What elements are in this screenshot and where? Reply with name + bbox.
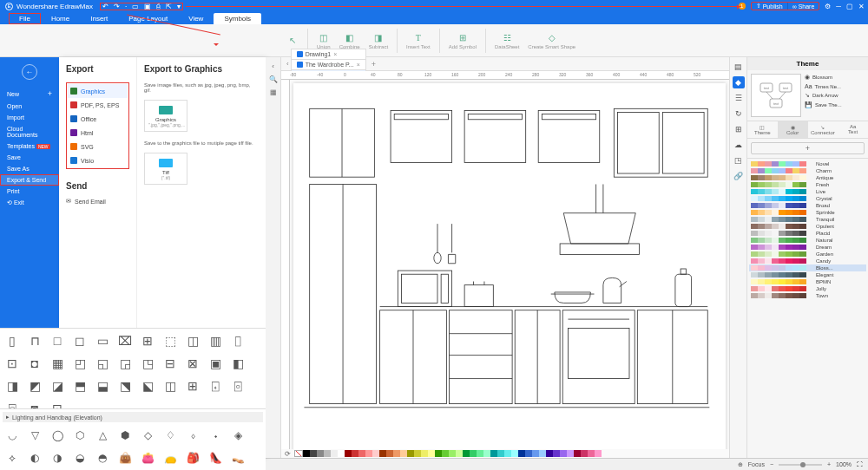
kitchen-shape-8[interactable]: ◫: [183, 331, 202, 350]
color-swatch[interactable]: [483, 450, 490, 457]
layers-icon[interactable]: ☰: [733, 92, 745, 104]
color-swatch[interactable]: [352, 450, 358, 457]
format-icon[interactable]: ▤: [733, 61, 745, 73]
palette-bpmn[interactable]: BPMN: [749, 278, 866, 285]
color-swatch[interactable]: [470, 450, 477, 457]
lighting-shape-18[interactable]: 👝: [161, 448, 180, 467]
sidebar-item-exit[interactable]: ⟲ Exit: [0, 197, 59, 209]
palette-broad[interactable]: Broad: [749, 202, 866, 209]
color-swatch[interactable]: [365, 450, 372, 457]
color-swatch[interactable]: [435, 450, 442, 457]
format-svg[interactable]: SVG: [68, 140, 128, 153]
sidebar-item-print[interactable]: Print: [0, 186, 59, 197]
maximize-icon[interactable]: ▢: [846, 3, 853, 10]
lighting-shape-7[interactable]: ♢: [161, 426, 180, 445]
kitchen-shape-0[interactable]: ▯: [3, 331, 22, 350]
kitchen-shape-21[interactable]: ◧: [228, 354, 247, 373]
palette-natural[interactable]: Natural: [749, 237, 866, 244]
lighting-shape-12[interactable]: ◐: [25, 448, 44, 467]
format-graphics[interactable]: Graphics: [68, 84, 128, 98]
sidebar-item-export-send[interactable]: Export & Send: [0, 174, 59, 186]
theme-opt-blossom[interactable]: ◉Blossom: [805, 74, 865, 81]
color-swatch[interactable]: [386, 450, 393, 457]
tabs-scroll-left[interactable]: ‹: [286, 60, 289, 68]
kitchen-shape-1[interactable]: ⊓: [25, 331, 44, 350]
format-visio[interactable]: Visio: [68, 153, 128, 167]
color-swatch[interactable]: [546, 450, 553, 457]
lighting-shape-21[interactable]: 👡: [228, 448, 247, 467]
sidebar-item-templates[interactable]: TemplatesNEW: [0, 140, 59, 152]
kitchen-shape-5[interactable]: ⌧: [115, 331, 135, 350]
lighting-shape-0[interactable]: ◡: [3, 426, 22, 445]
kitchen-shape-30[interactable]: ⊞: [183, 376, 202, 395]
ribbon-datasheet[interactable]: ☷DataSheet: [495, 31, 519, 49]
palette-tranquil[interactable]: Tranquil: [749, 216, 866, 223]
palette-live[interactable]: Live: [749, 188, 866, 195]
kitchen-shape-6[interactable]: ⊞: [138, 331, 157, 350]
color-swatch[interactable]: [372, 450, 379, 457]
share-button[interactable]: ∞Share: [788, 3, 819, 10]
themetab-connector[interactable]: ↘Connector: [808, 121, 838, 138]
kitchen-shape-10[interactable]: ⌷: [228, 331, 247, 350]
color-swatch[interactable]: [442, 450, 449, 457]
color-swatch[interactable]: [477, 450, 483, 457]
format-office[interactable]: Office: [68, 112, 128, 126]
lighting-shape-16[interactable]: 👜: [115, 448, 135, 467]
tab-view[interactable]: View: [178, 13, 214, 24]
lighting-shape-14[interactable]: ◒: [70, 448, 89, 467]
palette-novel[interactable]: Novel: [749, 160, 866, 167]
color-swatch[interactable]: [379, 450, 386, 457]
lib-shapes-icon[interactable]: ▦: [268, 87, 279, 97]
sidebar-item-import[interactable]: Import: [0, 112, 59, 123]
color-swatch[interactable]: [525, 450, 532, 457]
kitchen-shape-25[interactable]: ⬒: [70, 376, 89, 395]
add-palette-button[interactable]: +: [751, 142, 865, 154]
color-swatch[interactable]: [393, 450, 400, 457]
ribbon-addsymbol[interactable]: ⊞Add Symbol: [449, 31, 477, 49]
fit-page-icon[interactable]: ⛶: [857, 461, 863, 467]
kitchen-shape-7[interactable]: ⬚: [161, 331, 180, 350]
color-swatch[interactable]: [428, 450, 435, 457]
palette-dream[interactable]: Dream: [749, 244, 866, 251]
color-swatch[interactable]: [497, 450, 504, 457]
lighting-shape-17[interactable]: 👛: [138, 448, 157, 467]
link-icon[interactable]: 🔗: [733, 170, 745, 182]
tiff-tile[interactable]: Tiff (".tif): [144, 153, 187, 185]
palette-sprinkle[interactable]: Sprinkle: [749, 209, 866, 216]
send-email-row[interactable]: ✉ Send Email: [66, 198, 129, 205]
palette-candy[interactable]: Candy: [749, 258, 866, 264]
kitchen-shape-24[interactable]: ◪: [48, 376, 67, 395]
color-swatch[interactable]: [518, 450, 525, 457]
kitchen-shape-15[interactable]: ◱: [93, 354, 112, 373]
color-swatch[interactable]: [414, 450, 421, 457]
close-window-icon[interactable]: ✕: [858, 3, 865, 10]
kitchen-shape-28[interactable]: ⬕: [138, 376, 157, 395]
color-swatch[interactable]: [317, 450, 324, 457]
qat-more-icon[interactable]: ▾: [177, 3, 181, 10]
kitchen-shape-31[interactable]: ⌺: [206, 376, 225, 395]
kitchen-shape-3[interactable]: ◻: [70, 331, 89, 350]
zoom-in-icon[interactable]: +: [827, 461, 831, 467]
color-swatch[interactable]: [407, 450, 414, 457]
lighting-shape-8[interactable]: ⬨: [183, 426, 202, 445]
color-swatch[interactable]: [553, 450, 560, 457]
theme-icon[interactable]: ◆: [733, 76, 745, 88]
color-swatch[interactable]: [345, 450, 352, 457]
shapelib-category[interactable]: ▸Lighting and Handbag (Elevation): [3, 412, 263, 422]
cloud-icon[interactable]: ☁: [733, 139, 745, 151]
color-swatch[interactable]: [456, 450, 463, 457]
history-icon[interactable]: ↻: [733, 108, 745, 120]
tab-insert[interactable]: Insert: [80, 13, 118, 24]
theme-opt-font[interactable]: AaTimes Ne...: [805, 83, 865, 89]
palette-charm[interactable]: Charm: [749, 167, 866, 174]
kitchen-shape-20[interactable]: ▣: [206, 354, 225, 373]
kitchen-shape-14[interactable]: ◰: [70, 354, 89, 373]
color-swatch[interactable]: [338, 450, 345, 457]
tab-file[interactable]: File: [9, 13, 41, 24]
color-swatch[interactable]: [310, 450, 317, 457]
lighting-shape-11[interactable]: ⟡: [3, 448, 22, 467]
palette-opulent[interactable]: Opulent: [749, 223, 866, 230]
ribbon-union[interactable]: ◫Union: [317, 31, 331, 49]
lighting-shape-15[interactable]: ◓: [93, 448, 112, 467]
lighting-shape-5[interactable]: ⬢: [115, 426, 135, 445]
